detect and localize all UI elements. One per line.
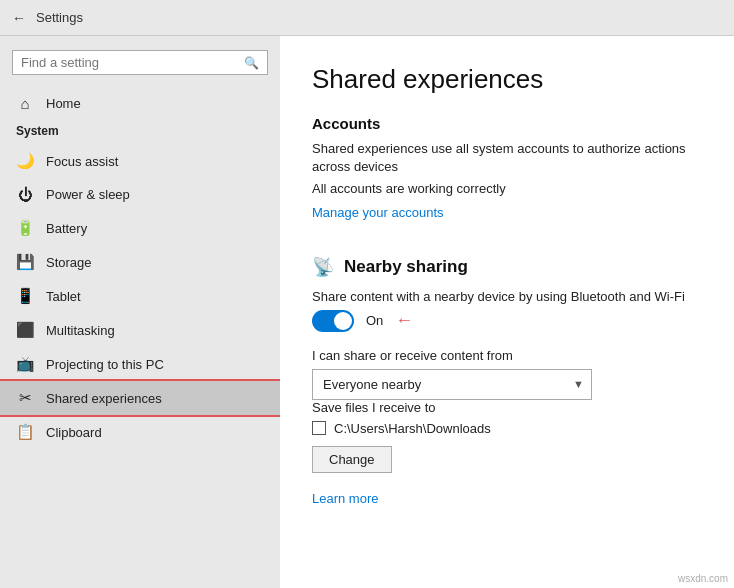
sidebar-item-shared-experiences[interactable]: ✂ Shared experiences xyxy=(0,381,280,415)
page-title: Shared experiences xyxy=(312,64,702,95)
sidebar-item-label: Multitasking xyxy=(46,323,115,338)
search-icon: 🔍 xyxy=(244,56,259,70)
sidebar-item-multitasking[interactable]: ⬛ Multitasking xyxy=(0,313,280,347)
tablet-icon: 📱 xyxy=(16,287,34,305)
sidebar-item-label: Projecting to this PC xyxy=(46,357,164,372)
multitasking-icon: ⬛ xyxy=(16,321,34,339)
accounts-description1: Shared experiences use all system accoun… xyxy=(312,140,702,176)
sidebar-item-clipboard[interactable]: 📋 Clipboard xyxy=(0,415,280,449)
nearby-heading-row: 📡 Nearby sharing xyxy=(312,256,702,278)
sidebar-item-label: Focus assist xyxy=(46,154,118,169)
save-path-text: C:\Users\Harsh\Downloads xyxy=(334,421,491,436)
clipboard-icon: 📋 xyxy=(16,423,34,441)
main-layout: 🔍 ⌂ Home System 🌙 Focus assist ⏻ Power &… xyxy=(0,36,734,588)
toggle-label: On xyxy=(366,313,383,328)
search-input[interactable] xyxy=(21,55,238,70)
learn-more-link[interactable]: Learn more xyxy=(312,491,378,506)
content-area: Shared experiences Accounts Shared exper… xyxy=(280,36,734,588)
title-bar-title: Settings xyxy=(36,10,83,25)
sidebar-item-focus-assist[interactable]: 🌙 Focus assist xyxy=(0,144,280,178)
sidebar-item-label: Power & sleep xyxy=(46,187,130,202)
sidebar-section-system: System xyxy=(0,120,280,144)
save-files-label: Save files I receive to xyxy=(312,400,702,415)
share-description: Share content with a nearby device by us… xyxy=(312,288,702,306)
sidebar-item-projecting[interactable]: 📺 Projecting to this PC xyxy=(0,347,280,381)
sidebar-item-label: Shared experiences xyxy=(46,391,162,406)
sidebar-item-power-sleep[interactable]: ⏻ Power & sleep xyxy=(0,178,280,211)
sidebar-item-home[interactable]: ⌂ Home xyxy=(0,87,280,120)
power-sleep-icon: ⏻ xyxy=(16,186,34,203)
sidebar-item-label: Clipboard xyxy=(46,425,102,440)
back-button[interactable]: ← xyxy=(12,10,26,26)
sidebar-item-tablet[interactable]: 📱 Tablet xyxy=(0,279,280,313)
share-from-dropdown[interactable]: Everyone nearby My devices only xyxy=(312,369,592,400)
accounts-heading: Accounts xyxy=(312,115,702,132)
sidebar-item-label: Tablet xyxy=(46,289,81,304)
shared-experiences-icon: ✂ xyxy=(16,389,34,407)
accounts-section: Accounts Shared experiences use all syst… xyxy=(312,115,702,240)
sidebar-item-label: Battery xyxy=(46,221,87,236)
battery-icon: 🔋 xyxy=(16,219,34,237)
search-box[interactable]: 🔍 xyxy=(12,50,268,75)
change-button[interactable]: Change xyxy=(312,446,392,473)
toggle-row: On ← xyxy=(312,310,702,332)
focus-assist-icon: 🌙 xyxy=(16,152,34,170)
sidebar-item-storage[interactable]: 💾 Storage xyxy=(0,245,280,279)
accounts-description2: All accounts are working correctly xyxy=(312,180,702,198)
home-icon: ⌂ xyxy=(16,95,34,112)
projecting-icon: 📺 xyxy=(16,355,34,373)
nearby-sharing-toggle[interactable] xyxy=(312,310,354,332)
storage-icon: 💾 xyxy=(16,253,34,271)
share-from-label: I can share or receive content from xyxy=(312,348,702,363)
sidebar-item-battery[interactable]: 🔋 Battery xyxy=(0,211,280,245)
nearby-sharing-icon: 📡 xyxy=(312,256,334,278)
arrow-indicator: ← xyxy=(395,310,413,331)
nearby-heading-text: Nearby sharing xyxy=(344,257,468,277)
sidebar-item-label: Storage xyxy=(46,255,92,270)
watermark: wsxdn.com xyxy=(678,573,728,584)
nearby-sharing-section: 📡 Nearby sharing Share content with a ne… xyxy=(312,256,702,507)
save-path-checkbox[interactable] xyxy=(312,421,326,435)
sidebar-home-label: Home xyxy=(46,96,81,111)
sidebar: 🔍 ⌂ Home System 🌙 Focus assist ⏻ Power &… xyxy=(0,36,280,588)
title-bar: ← Settings xyxy=(0,0,734,36)
share-from-dropdown-container: Everyone nearby My devices only ▼ xyxy=(312,369,592,400)
manage-accounts-link[interactable]: Manage your accounts xyxy=(312,205,444,220)
save-path-row: C:\Users\Harsh\Downloads xyxy=(312,421,702,436)
